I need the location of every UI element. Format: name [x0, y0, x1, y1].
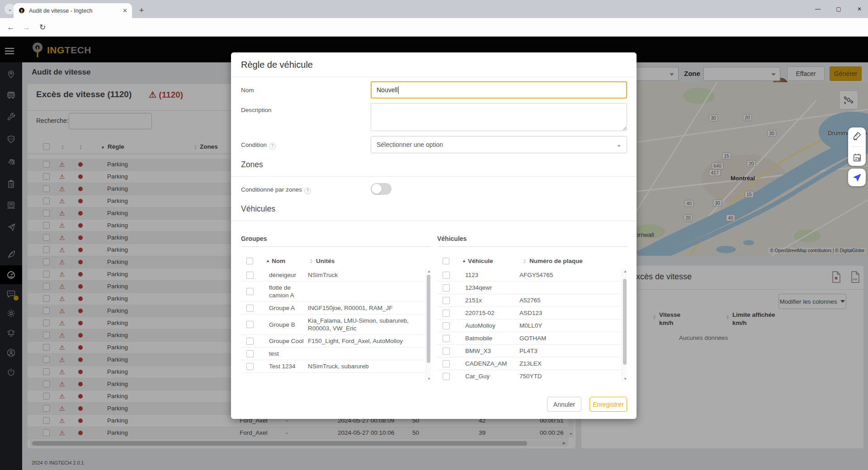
row-checkbox[interactable]	[443, 373, 450, 380]
cell-nom: Groupe A	[269, 304, 308, 312]
vehicules-scrollbar[interactable]: ▲ ▼	[622, 269, 627, 382]
save-button[interactable]: Enregistrer	[590, 397, 627, 412]
cell-vehicule: 220715-02	[465, 309, 519, 317]
row-checkbox[interactable]	[443, 348, 450, 355]
sort-icon[interactable]: ▲▼	[310, 258, 313, 264]
select-all-checkbox[interactable]	[246, 258, 253, 264]
vehicle-row: CADENZA_AMZ13LEX	[437, 357, 627, 370]
row-checkbox[interactable]	[246, 272, 254, 279]
vehicle-row: AutoMolloyM0LL0Y	[437, 320, 627, 332]
group-row: Groupe CoolF150_Light, Ford_Axel, AutoMo…	[241, 335, 431, 348]
select-all-checkbox[interactable]	[443, 258, 449, 264]
cell-vehicule: Batmobile	[465, 334, 519, 342]
group-row: déneigeurNSimTruck	[241, 269, 431, 282]
row-checkbox[interactable]	[246, 363, 254, 370]
column-header-plaque[interactable]: Numéro de plaque	[529, 258, 583, 264]
vehicules-header: ▲ Véhicule ▲▼ Numéro de plaque	[437, 255, 627, 268]
groupes-scrollbar[interactable]: ▲ ▼	[425, 269, 431, 382]
sort-asc-icon[interactable]: ▲	[462, 258, 466, 263]
cell-nom: Test 1234	[269, 362, 308, 370]
row-checkbox[interactable]	[443, 360, 450, 367]
cell-nom: test	[269, 350, 308, 357]
back-button[interactable]: ←	[5, 22, 16, 33]
vehicules-list: 1123AFGY547651234qewr2151xA52765220715-0…	[437, 269, 627, 382]
cell-unites: Kia_Falama, LMU-Simon, subarureb, R00003…	[308, 317, 431, 332]
row-checkbox[interactable]	[443, 322, 450, 329]
cell-unites: F150_Light, Ford_Axel, AutoMolloy	[308, 337, 431, 345]
cell-vehicule: 1234qewr	[465, 284, 519, 291]
cell-nom: flotte de camion A	[269, 284, 308, 299]
column-header-vehicule[interactable]: Véhicule	[468, 258, 493, 264]
sort-icon[interactable]: ▲▼	[523, 258, 526, 264]
screen: ⌄ Audit de vitesse - Ingtech ✕ + — ▢ ✕ ←…	[0, 0, 868, 470]
browser-tab-strip: ⌄ Audit de vitesse - Ingtech ✕ + — ▢ ✕	[0, 0, 868, 18]
row-checkbox[interactable]	[246, 305, 254, 312]
cell-nom: déneigeur	[269, 271, 308, 279]
cell-nom: Groupe Cool	[269, 337, 308, 345]
group-row: flotte de camion A	[241, 282, 431, 302]
cell-plaque: PL4T3	[519, 347, 627, 355]
vehicle-row: 2151xA52765	[437, 294, 627, 307]
cell-plaque: 750YTD	[519, 372, 627, 380]
column-header-nom[interactable]: Nom	[272, 258, 285, 264]
window-maximize-button[interactable]: ▢	[831, 3, 846, 15]
condition-select[interactable]: Sélectionner une option⌄	[371, 136, 627, 153]
reload-button[interactable]: ↻	[37, 22, 48, 33]
route-notes-icon[interactable]	[852, 153, 862, 163]
vehicle-row: 1234qewr	[437, 282, 627, 294]
vehicle-row: 220715-02ASD123	[437, 307, 627, 320]
row-checkbox[interactable]	[443, 297, 450, 304]
cell-plaque: M0LL0Y	[519, 322, 627, 329]
sort-asc-icon[interactable]: ▲	[266, 258, 270, 263]
groupes-title: Groupes	[241, 235, 267, 242]
cancel-button[interactable]: Annuler	[547, 397, 581, 412]
tab-close-icon[interactable]: ✕	[123, 7, 127, 14]
column-header-unites[interactable]: Unités	[316, 258, 335, 264]
toggle-knob	[372, 184, 382, 194]
row-checkbox[interactable]	[443, 335, 450, 342]
cell-vehicule: 1123	[465, 271, 519, 279]
row-checkbox[interactable]	[246, 288, 254, 295]
vehicle-row: BMW_X3PL4T3	[437, 345, 627, 357]
new-tab-button[interactable]: +	[136, 5, 147, 16]
help-icon[interactable]: ?	[269, 143, 276, 150]
browser-tab[interactable]: Audit de vitesse - Ingtech ✕	[14, 3, 132, 18]
vehicules-section-title: Véhicules	[241, 204, 275, 214]
text-cursor	[398, 86, 399, 94]
help-icon[interactable]: ?	[304, 188, 311, 194]
cell-unites: NSimTruck, subarureb	[308, 362, 431, 370]
map-navigate-button[interactable]	[848, 169, 866, 186]
window-minimize-button[interactable]: —	[810, 3, 826, 15]
measure-icon[interactable]	[852, 131, 862, 141]
map-tools-panel	[848, 127, 866, 166]
description-textarea[interactable]	[371, 103, 627, 131]
nom-input[interactable]: Nouvell	[371, 81, 627, 99]
row-checkbox[interactable]	[443, 310, 450, 317]
group-row: test	[241, 348, 431, 360]
vehicle-row: 1123AFGY54765	[437, 269, 627, 282]
row-checkbox[interactable]	[246, 350, 254, 357]
modal-title: Règle de véhicule	[241, 60, 313, 70]
row-checkbox[interactable]	[246, 338, 254, 345]
cell-unites: INGF150joe, R00001, RAM_JF	[308, 304, 431, 312]
forward-button[interactable]: →	[21, 22, 32, 33]
cell-plaque: ASD123	[519, 309, 627, 317]
nom-label: Nom	[241, 87, 254, 94]
window-close-button[interactable]: ✕	[852, 3, 867, 15]
favicon	[18, 7, 25, 14]
zones-section-title: Zones	[241, 160, 263, 169]
cell-unites: NSimTruck	[308, 271, 431, 279]
row-checkbox[interactable]	[246, 321, 254, 328]
zones-toggle[interactable]	[371, 183, 392, 195]
group-row: Test 1234NSimTruck, subarureb	[241, 360, 431, 373]
cell-vehicule: 2151x	[465, 296, 519, 304]
vehicules-title: Véhicules	[437, 235, 467, 242]
tab-title: Audit de vitesse - Ingtech	[29, 8, 120, 14]
row-checkbox[interactable]	[443, 284, 450, 291]
row-checkbox[interactable]	[443, 272, 450, 279]
groupes-header: ▲ Nom ▲▼ Unités	[241, 255, 431, 268]
cell-plaque: AFGY54765	[519, 271, 627, 279]
cell-plaque: Z13LEX	[519, 360, 627, 367]
cell-vehicule: BMW_X3	[465, 347, 519, 355]
cell-plaque: A52765	[519, 296, 627, 304]
